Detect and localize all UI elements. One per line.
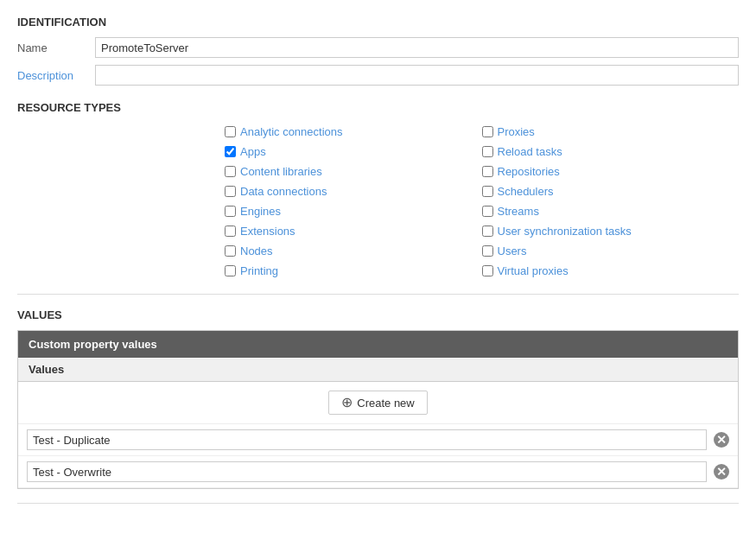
value-row-1: ✕	[18, 424, 738, 456]
proxies-checkbox[interactable]	[482, 126, 493, 137]
remove-icon-1: ✕	[714, 432, 729, 448]
user-sync-tasks-checkbox[interactable]	[482, 226, 493, 237]
apps-label[interactable]: Apps	[240, 145, 266, 158]
resource-types-left-column: Analytic connections Apps Content librar…	[225, 123, 482, 280]
checkbox-engines: Engines	[225, 202, 482, 220]
value-row-2: ✕	[18, 456, 738, 488]
printing-checkbox[interactable]	[225, 265, 236, 276]
virtual-proxies-checkbox[interactable]	[482, 265, 493, 276]
checkbox-proxies: Proxies	[482, 123, 740, 141]
section-divider	[17, 294, 739, 295]
repositories-label[interactable]: Repositories	[498, 165, 560, 178]
checkbox-analytic-connections: Analytic connections	[225, 123, 482, 141]
description-field-row: Description	[17, 65, 739, 86]
name-input[interactable]	[95, 37, 739, 58]
name-field-row: Name	[17, 37, 739, 58]
proxies-label[interactable]: Proxies	[498, 125, 535, 138]
resource-types-title: RESOURCE TYPES	[17, 101, 739, 114]
resource-types-right-column: Proxies Reload tasks Repositories Schedu…	[482, 123, 740, 280]
description-label: Description	[17, 69, 95, 82]
content-libraries-label[interactable]: Content libraries	[240, 165, 322, 178]
resource-types-section: RESOURCE TYPES Analytic connections Apps…	[17, 101, 739, 280]
schedulers-checkbox[interactable]	[482, 186, 493, 197]
engines-label[interactable]: Engines	[240, 205, 281, 218]
nodes-label[interactable]: Nodes	[240, 245, 273, 257]
remove-button-2[interactable]: ✕	[714, 464, 729, 480]
users-label[interactable]: Users	[498, 245, 527, 257]
checkbox-repositories: Repositories	[482, 162, 740, 181]
checkbox-schedulers: Schedulers	[482, 182, 740, 200]
checkbox-virtual-proxies: Virtual proxies	[482, 262, 740, 280]
value-input-2[interactable]	[27, 461, 707, 482]
engines-checkbox[interactable]	[225, 206, 236, 217]
checkbox-reload-tasks: Reload tasks	[482, 143, 740, 161]
schedulers-label[interactable]: Schedulers	[498, 185, 554, 198]
name-label: Name	[17, 41, 95, 54]
extensions-checkbox[interactable]	[225, 226, 236, 237]
reload-tasks-label[interactable]: Reload tasks	[498, 145, 562, 158]
content-libraries-checkbox[interactable]	[225, 166, 236, 177]
printing-label[interactable]: Printing	[240, 264, 278, 277]
page-container: IDENTIFICATION Name Description RESOURCE…	[0, 0, 756, 533]
table-header: Custom property values	[18, 331, 738, 358]
streams-label[interactable]: Streams	[498, 205, 539, 218]
table-subheader: Values	[18, 358, 738, 382]
description-input[interactable]	[95, 65, 739, 86]
analytic-connections-label[interactable]: Analytic connections	[240, 125, 343, 138]
identification-title: IDENTIFICATION	[17, 16, 739, 29]
analytic-connections-checkbox[interactable]	[225, 126, 236, 137]
values-section: VALUES Custom property values Values ⊕ C…	[17, 308, 739, 489]
nodes-checkbox[interactable]	[225, 245, 236, 257]
value-input-1[interactable]	[27, 429, 707, 450]
reload-tasks-checkbox[interactable]	[482, 146, 493, 157]
table-body: ⊕ Create new ✕ ✕	[18, 382, 738, 488]
data-connections-label[interactable]: Data connections	[240, 185, 327, 198]
data-connections-checkbox[interactable]	[225, 186, 236, 197]
checkbox-extensions: Extensions	[225, 222, 482, 240]
users-checkbox[interactable]	[482, 245, 493, 257]
custom-property-table: Custom property values Values ⊕ Create n…	[17, 330, 739, 489]
checkbox-apps: Apps	[225, 143, 482, 161]
checkbox-user-sync-tasks: User synchronization tasks	[482, 222, 740, 240]
resource-types-grid: Analytic connections Apps Content librar…	[225, 123, 739, 280]
checkbox-nodes: Nodes	[225, 242, 482, 260]
checkbox-content-libraries: Content libraries	[225, 162, 482, 181]
plus-icon: ⊕	[341, 396, 353, 410]
values-title: VALUES	[17, 308, 739, 321]
remove-button-1[interactable]: ✕	[714, 432, 729, 448]
checkbox-data-connections: Data connections	[225, 182, 482, 200]
virtual-proxies-label[interactable]: Virtual proxies	[498, 264, 569, 277]
remove-icon-2: ✕	[714, 464, 729, 480]
create-new-row: ⊕ Create new	[18, 382, 738, 424]
checkbox-users: Users	[482, 242, 740, 260]
create-new-button[interactable]: ⊕ Create new	[328, 391, 427, 415]
apps-checkbox[interactable]	[225, 146, 236, 157]
streams-checkbox[interactable]	[482, 206, 493, 217]
bottom-divider	[17, 503, 739, 504]
extensions-label[interactable]: Extensions	[240, 225, 295, 238]
checkbox-streams: Streams	[482, 202, 740, 220]
create-new-label: Create new	[357, 397, 414, 410]
user-sync-tasks-label[interactable]: User synchronization tasks	[498, 225, 632, 238]
checkbox-printing: Printing	[225, 262, 482, 280]
repositories-checkbox[interactable]	[482, 166, 493, 177]
